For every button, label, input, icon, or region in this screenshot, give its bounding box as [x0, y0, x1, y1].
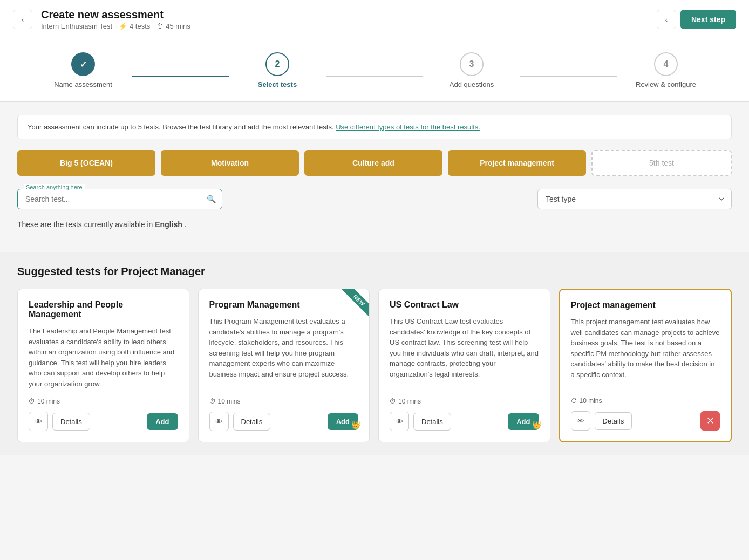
step-2-circle: 2: [265, 52, 289, 76]
test-slot-1[interactable]: Big 5 (OCEAN): [17, 150, 155, 176]
header-subtitle: Intern Enthusiasm Test ⚡ 4 tests ⏱ 45 mi…: [41, 22, 190, 30]
step-review: 4 Review & configure: [617, 52, 714, 88]
step-3-circle: 3: [460, 52, 484, 76]
step-add-questions: 3 Add questions: [423, 52, 520, 88]
step-3-label: Add questions: [450, 80, 494, 88]
card-4-actions: 👁 Details ✕: [571, 411, 720, 431]
test-slot-2[interactable]: Motivation: [161, 150, 299, 176]
crown-icon-3: 👑: [532, 420, 541, 429]
card-3-view-button[interactable]: 👁: [390, 412, 409, 431]
next-step-button[interactable]: Next step: [680, 10, 736, 29]
card-3-time: ⏱ 10 mins: [390, 398, 539, 405]
search-input[interactable]: [17, 189, 222, 209]
info-bar-link[interactable]: Use different types of tests for the bes…: [336, 123, 480, 131]
assessment-name: Intern Enthusiasm Test: [41, 22, 112, 30]
header-left: ‹ Create new assessment Intern Enthusias…: [13, 9, 190, 30]
card-2-add-wrapper: Add 👑: [328, 413, 358, 430]
tests-count: ⚡ 4 tests: [119, 22, 150, 30]
card-3-actions: 👁 Details Add 👑: [390, 412, 539, 431]
clock-icon-1: ⏱: [29, 398, 35, 405]
page-title: Create new assessment: [41, 9, 190, 21]
search-icon: 🔍: [207, 195, 216, 203]
search-filter-row: Search anything here 🔍 Test type: [17, 189, 732, 209]
clock-icon-3: ⏱: [390, 398, 396, 405]
header-right: ‹ Next step: [657, 10, 736, 29]
nav-back-button[interactable]: ‹: [657, 10, 676, 29]
card-1-title: Leadership and People Management: [29, 300, 178, 319]
card-1-actions: 👁 Details Add: [29, 412, 178, 431]
step-1-label: Name assessment: [54, 80, 112, 88]
card-1-view-button[interactable]: 👁: [29, 412, 48, 431]
step-name-assessment: ✓ Name assessment: [35, 52, 132, 88]
card-program-mgmt: NEW Program Management This Program Mana…: [198, 289, 370, 442]
clock-icon: ⏱: [156, 22, 164, 30]
card-1-details-button[interactable]: Details: [52, 413, 90, 431]
search-label: Search anything here: [24, 184, 85, 190]
info-bar: Your assessment can include up to 5 test…: [17, 115, 732, 139]
card-4-remove-button[interactable]: ✕: [700, 411, 720, 431]
card-4-details-button[interactable]: Details: [595, 412, 632, 430]
clock-icon-2: ⏱: [209, 398, 216, 405]
card-3-add-wrapper: Add 👑: [508, 413, 539, 430]
test-slots: Big 5 (OCEAN) Motivation Culture add Pro…: [17, 150, 732, 176]
card-4-desc: This project management test evaluates h…: [571, 317, 720, 388]
card-3-details-button[interactable]: Details: [413, 413, 451, 431]
duration: ⏱ 45 mins: [156, 22, 190, 30]
test-type-filter[interactable]: Test type: [537, 189, 732, 209]
card-3-desc: This US Contract Law test evaluates cand…: [390, 316, 539, 389]
card-leadership: Leadership and People Management The Lea…: [17, 289, 189, 442]
clock-icon-4: ⏱: [571, 397, 577, 405]
card-4-view-button[interactable]: 👁: [571, 411, 590, 431]
card-1-desc: The Leadership and People Management tes…: [29, 326, 178, 389]
step-select-tests: 2 Select tests: [229, 52, 326, 88]
connector-3: [520, 76, 617, 77]
cards-row: Leadership and People Management The Lea…: [17, 289, 732, 442]
card-2-time: ⏱ 10 mins: [209, 398, 359, 405]
step-2-label: Select tests: [258, 80, 297, 88]
connector-1: [132, 76, 229, 77]
step-4-label: Review & configure: [636, 80, 696, 88]
card-4-time: ⏱ 10 mins: [571, 397, 720, 405]
card-project-mgmt: Project management This project manageme…: [559, 289, 732, 442]
header: ‹ Create new assessment Intern Enthusias…: [0, 0, 749, 39]
back-button[interactable]: ‹: [13, 10, 32, 29]
crown-icon-2: 👑: [351, 420, 360, 429]
card-1-add-button[interactable]: Add: [147, 413, 178, 430]
card-1-time: ⏱ 10 mins: [29, 398, 178, 405]
test-slot-5[interactable]: 5th test: [591, 150, 732, 176]
card-1-add-wrapper: Add: [147, 413, 178, 430]
suggested-title: Suggested tests for Project Manager: [17, 265, 732, 278]
card-3-title: US Contract Law: [390, 300, 539, 310]
main-content: Your assessment can include up to 5 test…: [0, 102, 749, 252]
stepper-wrapper: ✓ Name assessment 2 Select tests 3 Add q…: [26, 52, 723, 88]
card-2-title: Program Management: [209, 300, 359, 310]
header-info: Create new assessment Intern Enthusiasm …: [41, 9, 190, 30]
search-box: Search anything here 🔍: [17, 189, 222, 209]
card-2-actions: 👁 Details Add 👑: [209, 412, 359, 431]
step-1-circle: ✓: [71, 52, 95, 76]
card-2-desc: This Program Management test evaluates a…: [209, 316, 359, 389]
stepper: ✓ Name assessment 2 Select tests 3 Add q…: [0, 39, 749, 102]
card-2-details-button[interactable]: Details: [233, 413, 271, 431]
step-4-circle: 4: [654, 52, 678, 76]
available-text: These are the tests currently available …: [17, 220, 732, 229]
test-slot-3[interactable]: Culture add: [304, 150, 442, 176]
suggested-section: Suggested tests for Project Manager Lead…: [0, 252, 749, 455]
card-us-contract: US Contract Law This US Contract Law tes…: [378, 289, 550, 442]
connector-2: [326, 76, 423, 77]
bolt-icon: ⚡: [119, 22, 127, 30]
test-slot-4[interactable]: Project management: [448, 150, 586, 176]
card-2-view-button[interactable]: 👁: [209, 412, 229, 431]
card-4-title: Project management: [571, 301, 720, 310]
